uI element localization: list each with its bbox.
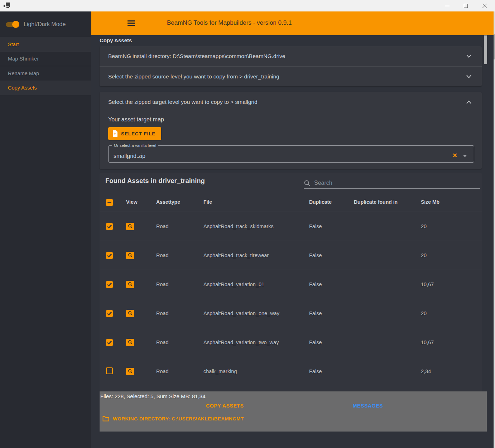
assettype-cell: Road xyxy=(156,368,203,374)
window-controls xyxy=(438,0,494,11)
sidebar-item-rename-map[interactable]: Rename Map xyxy=(0,66,91,81)
duplicate-cell: False xyxy=(309,310,354,316)
column-duplicate: Duplicate xyxy=(309,199,354,205)
file-cell: AsphaltRoad_variation_two_way xyxy=(203,339,309,345)
content: Copy Assets BeamNG install directory: D:… xyxy=(100,35,482,413)
expansion-panels: BeamNG install directory: D:\Steam\steam… xyxy=(100,46,482,86)
window-scrollbar[interactable] xyxy=(494,11,495,448)
panel-target-level-header[interactable]: Select the zipped target level you want … xyxy=(100,92,482,112)
found-assets-heading: Found Assets in driver_training xyxy=(105,177,205,185)
clear-selection-icon[interactable]: ✕ xyxy=(452,152,457,159)
view-button[interactable] xyxy=(126,339,134,346)
assettype-cell: Road xyxy=(156,281,203,287)
view-button[interactable] xyxy=(126,281,134,288)
select-all-checkbox[interactable] xyxy=(106,199,113,206)
light-dark-toggle[interactable] xyxy=(6,21,19,28)
maximize-button[interactable] xyxy=(456,0,475,11)
search-icon xyxy=(304,180,311,187)
status-footer: Files: 228, Selected: 5, Sum Size MB: 81… xyxy=(100,391,487,432)
app-window-icon xyxy=(3,3,10,9)
asset-target-map-label: Your asset target map xyxy=(108,116,473,123)
size-cell: 2,34 xyxy=(421,368,482,374)
close-icon xyxy=(482,4,487,8)
minimize-button[interactable] xyxy=(438,0,456,11)
menu-icon[interactable] xyxy=(127,19,135,28)
view-button[interactable] xyxy=(126,310,134,317)
file-select-icon xyxy=(113,130,118,137)
select-file-button[interactable]: SELECT FILE xyxy=(108,127,161,140)
titlebar xyxy=(0,0,495,11)
close-button[interactable] xyxy=(475,0,494,11)
size-cell: 20 xyxy=(421,252,482,258)
view-button[interactable] xyxy=(126,252,134,259)
sidebar-nav: StartMap ShrinkerRename MapCopy Assets xyxy=(0,37,91,95)
sidebar-item-copy-assets[interactable]: Copy Assets xyxy=(0,81,91,96)
table-row: Road AsphaltRoad_track_skidmarks False 2… xyxy=(100,212,482,241)
view-button[interactable] xyxy=(126,223,134,230)
table-body: Road AsphaltRoad_track_skidmarks False 2… xyxy=(100,212,482,415)
table-header: View Assettype File Duplicate Duplicate … xyxy=(100,192,482,212)
size-cell: 20 xyxy=(421,223,482,229)
file-cell: chalk_marking xyxy=(203,368,309,374)
assettype-cell: Road xyxy=(156,310,203,316)
panel-source-level[interactable]: Select the zipped source level you want … xyxy=(100,66,482,86)
duplicate-cell: False xyxy=(309,281,354,287)
table-row: Road AsphaltRoad_variation_01 False 10,6… xyxy=(100,270,482,299)
search-field xyxy=(304,178,480,189)
column-size-mb: Size Mb xyxy=(421,199,482,205)
vanilla-level-label: Or select a vanilla level xyxy=(112,143,158,148)
row-checkbox[interactable] xyxy=(106,252,113,259)
row-checkbox[interactable] xyxy=(106,367,113,374)
vanilla-level-select[interactable]: Or select a vanilla level smallgrid.zip … xyxy=(108,143,474,163)
panel-target-level: Select the zipped target level you want … xyxy=(100,92,482,169)
file-cell: AsphaltRoad_track_skidmarks xyxy=(203,223,309,229)
row-checkbox[interactable] xyxy=(106,310,113,317)
file-cell: AsphaltRoad_variation_01 xyxy=(203,281,309,287)
assettype-cell: Road xyxy=(156,223,203,229)
main-area: BeamNG Tools for Mapbuilders - version 0… xyxy=(91,11,495,448)
file-cell: AsphaltRoad_variation_one_way xyxy=(203,310,309,316)
column-file: File xyxy=(203,199,309,205)
toggle-knob-icon xyxy=(12,21,19,28)
magnifier-icon xyxy=(128,253,133,258)
magnifier-icon xyxy=(128,311,133,316)
duplicate-cell: False xyxy=(309,368,354,374)
messages-button[interactable]: MESSAGES xyxy=(353,403,383,409)
minimize-icon xyxy=(445,6,450,6)
sidebar-item-start[interactable]: Start xyxy=(0,37,91,52)
column-view: View xyxy=(126,199,156,205)
page-title: Copy Assets xyxy=(100,37,482,43)
column-duplicate-found-in: Duplicate found in xyxy=(354,199,421,205)
panel-target-level-label: Select the zipped target level you want … xyxy=(108,99,258,105)
working-directory-label: WORKING DIRECTORY: C:\USERS\AKLEI\BEAMNG… xyxy=(113,416,244,421)
view-button[interactable] xyxy=(126,368,134,375)
chevron-down-icon xyxy=(466,54,472,58)
magnifier-icon xyxy=(128,369,133,374)
size-cell: 10,67 xyxy=(421,281,482,287)
panel-install-directory[interactable]: BeamNG install directory: D:\Steam\steam… xyxy=(100,46,482,66)
magnifier-icon xyxy=(128,340,133,345)
row-checkbox[interactable] xyxy=(106,339,113,346)
row-checkbox[interactable] xyxy=(106,281,113,288)
folder-icon xyxy=(102,416,109,421)
selection-summary: Files: 228, Selected: 5, Sum Size MB: 81… xyxy=(100,393,205,399)
dropdown-caret-icon[interactable] xyxy=(463,155,467,157)
panel-target-level-body: Your asset target map SELECT FILE Or sel… xyxy=(100,112,482,163)
chevron-down-icon xyxy=(466,74,472,79)
app-window: Light/Dark Mode StartMap ShrinkerRename … xyxy=(0,0,495,448)
file-cell: AsphaltRoad_track_tirewear xyxy=(203,252,309,258)
duplicate-cell: False xyxy=(309,252,354,258)
scrollbar-thumb[interactable] xyxy=(484,35,487,64)
theme-toggle-label: Light/Dark Mode xyxy=(24,21,66,28)
duplicate-cell: False xyxy=(309,223,354,229)
chevron-up-icon xyxy=(466,100,472,104)
size-cell: 10,67 xyxy=(421,339,482,345)
copy-assets-button[interactable]: COPY ASSETS xyxy=(206,403,244,409)
row-checkbox[interactable] xyxy=(106,223,113,230)
sidebar: Light/Dark Mode StartMap ShrinkerRename … xyxy=(0,11,91,448)
working-directory[interactable]: WORKING DIRECTORY: C:\USERS\AKLEI\BEAMNG… xyxy=(102,416,244,421)
search-input[interactable] xyxy=(314,180,480,186)
sidebar-item-map-shrinker[interactable]: Map Shrinker xyxy=(0,52,91,67)
assettype-cell: Road xyxy=(156,339,203,345)
maximize-icon xyxy=(464,4,468,8)
